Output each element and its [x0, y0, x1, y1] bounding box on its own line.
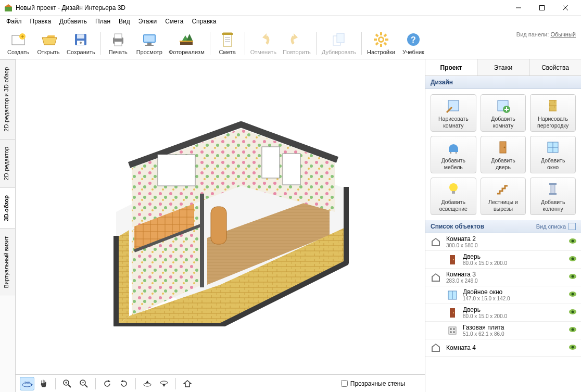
tilt-down-button[interactable] [157, 377, 171, 390]
menu-view[interactable]: Вид [115, 17, 134, 26]
left-tab-combo[interactable]: 2D-редактор и 3D-обзор [0, 59, 15, 139]
svg-line-38 [384, 43, 386, 45]
svg-rect-93 [456, 152, 457, 154]
toolbar-settings-button[interactable]: Настройки [364, 29, 398, 57]
left-tab-view3d[interactable]: 3D-обзор [0, 187, 15, 229]
design-add-room-button[interactable]: Добавитькомнату [481, 94, 526, 132]
visibility-eye-icon[interactable] [569, 309, 577, 317]
design-stairs-button[interactable]: Лестницы ивырезы [481, 178, 526, 215]
visibility-eye-icon[interactable] [569, 256, 577, 263]
svg-rect-124 [449, 327, 456, 334]
right-tab-properties[interactable]: Свойства [529, 59, 581, 75]
right-tab-floors[interactable]: Этажи [477, 59, 529, 75]
right-panel: ПроектЭтажиСвойства Дизайн Нарисоватьком… [425, 59, 581, 392]
3d-canvas[interactable] [16, 59, 425, 374]
panel-mode-link[interactable]: Обычный [550, 31, 576, 37]
design-add-window-button[interactable]: Добавитьокно [530, 136, 576, 173]
svg-point-130 [572, 328, 574, 331]
menu-floors[interactable]: Этажи [134, 17, 161, 26]
svg-marker-85 [162, 384, 166, 387]
svg-point-111 [572, 258, 574, 260]
toolbar-print-button[interactable]: Печать [103, 29, 133, 57]
toolbar-photoreal-button[interactable]: Фотореализм [166, 29, 208, 57]
toolbar-undo-button: Отменить [247, 29, 280, 57]
view-toolbar: 360 Прозрачные стены [16, 374, 425, 392]
design-add-column-button[interactable]: Добавитьколонну [530, 178, 576, 215]
svg-point-121 [453, 312, 454, 313]
tutorial-icon: ? [405, 31, 422, 48]
design-draw-room-button[interactable]: Нарисоватькомнату [431, 94, 476, 132]
svg-rect-22 [180, 42, 193, 45]
close-button[interactable] [553, 0, 577, 16]
svg-rect-101 [551, 184, 555, 194]
zoom-in-button[interactable] [60, 377, 74, 390]
menu-add[interactable]: Добавить [55, 17, 91, 26]
visibility-eye-icon[interactable] [569, 273, 577, 281]
tilt-up-button[interactable] [140, 377, 155, 390]
add-light-icon [446, 181, 461, 197]
svg-point-84 [160, 381, 168, 384]
svg-point-127 [450, 331, 452, 333]
design-add-light-button[interactable]: Добавитьосвещение [431, 178, 476, 215]
rotate-360-button[interactable]: 360 [20, 377, 34, 390]
object-item-stove[interactable]: Газовая плита51.0 x 62.1 x 86.0 [425, 322, 581, 339]
home-view-button[interactable] [180, 377, 195, 390]
menu-plan[interactable]: План [91, 17, 115, 26]
visibility-eye-icon[interactable] [569, 238, 577, 246]
toolbar-estimate-button[interactable]: Смета [212, 29, 243, 57]
left-tab-virtual[interactable]: Виртуальный визит [0, 229, 15, 296]
object-item-room[interactable]: Комната 4 [425, 339, 581, 357]
rotate-cw-button[interactable] [117, 377, 131, 390]
list-view-icon[interactable] [569, 223, 576, 230]
toolbar-open-button[interactable]: Открыть [33, 29, 64, 57]
svg-rect-102 [549, 183, 557, 185]
menu-file[interactable]: Файл [2, 17, 26, 26]
add-furniture-icon [446, 139, 461, 156]
design-grid: НарисоватькомнатуДобавитькомнатуНарисова… [425, 89, 581, 220]
svg-point-119 [572, 293, 574, 296]
pan-button[interactable] [36, 377, 51, 390]
transparent-walls-toggle[interactable]: Прозрачные стены [341, 380, 421, 387]
rotate-ccw-button[interactable] [100, 377, 115, 390]
design-add-furniture-button[interactable]: Добавитьмебель [431, 136, 476, 173]
menu-estimate[interactable]: Смета [161, 17, 187, 26]
object-item-window[interactable]: Двойное окно147.0 x 15.0 x 142.0 [425, 286, 581, 304]
menu-help[interactable]: Справка [187, 17, 220, 26]
object-item-room[interactable]: Комната 3283.0 x 249.0 [425, 269, 581, 286]
estimate-icon [219, 31, 236, 48]
svg-line-78 [85, 385, 87, 387]
toolbar-tutorial-button[interactable]: ?Учебник [398, 29, 428, 57]
add-room-icon [495, 97, 511, 114]
toolbar-preview-button[interactable]: Просмотр [133, 29, 166, 57]
objects-view-mode[interactable]: Вид списка [536, 223, 566, 230]
design-draw-partition-button[interactable]: Нарисоватьперегородку [530, 94, 576, 132]
svg-rect-92 [450, 152, 451, 154]
stairs-icon [495, 181, 511, 197]
right-tab-project[interactable]: Проект [425, 59, 477, 75]
svg-rect-9 [77, 34, 84, 39]
toolbar-create-button[interactable]: Создать [3, 29, 33, 57]
left-tab-edit2d[interactable]: 2D-редактор [0, 139, 15, 187]
minimize-button[interactable] [507, 0, 530, 16]
draw-partition-icon [545, 97, 561, 114]
maximize-button[interactable] [530, 0, 553, 16]
design-add-door-button[interactable]: Добавитьдверь [481, 136, 526, 173]
door-icon [446, 307, 459, 319]
visibility-eye-icon[interactable] [569, 326, 577, 334]
photoreal-icon [178, 31, 195, 48]
window-title: Новый проект - Дизайн Интерьера 3D [16, 4, 507, 11]
menu-edit[interactable]: Правка [26, 17, 56, 26]
object-item-door[interactable]: Дверь80.0 x 15.0 x 200.0 [425, 251, 581, 269]
object-item-room[interactable]: Комната 2300.0 x 580.0 [425, 233, 581, 251]
zoom-out-button[interactable] [77, 377, 91, 390]
visibility-eye-icon[interactable] [569, 344, 577, 352]
toolbar-save-button[interactable]: Сохранить [64, 29, 98, 57]
visibility-eye-icon[interactable] [569, 291, 577, 299]
svg-rect-63 [262, 147, 280, 178]
svg-rect-18 [145, 45, 154, 46]
undo-icon [255, 31, 272, 48]
svg-rect-120 [450, 308, 455, 318]
object-item-door[interactable]: Дверь80.0 x 15.0 x 200.0 [425, 304, 581, 322]
svg-point-134 [572, 346, 574, 348]
transparent-walls-checkbox[interactable] [341, 380, 348, 387]
